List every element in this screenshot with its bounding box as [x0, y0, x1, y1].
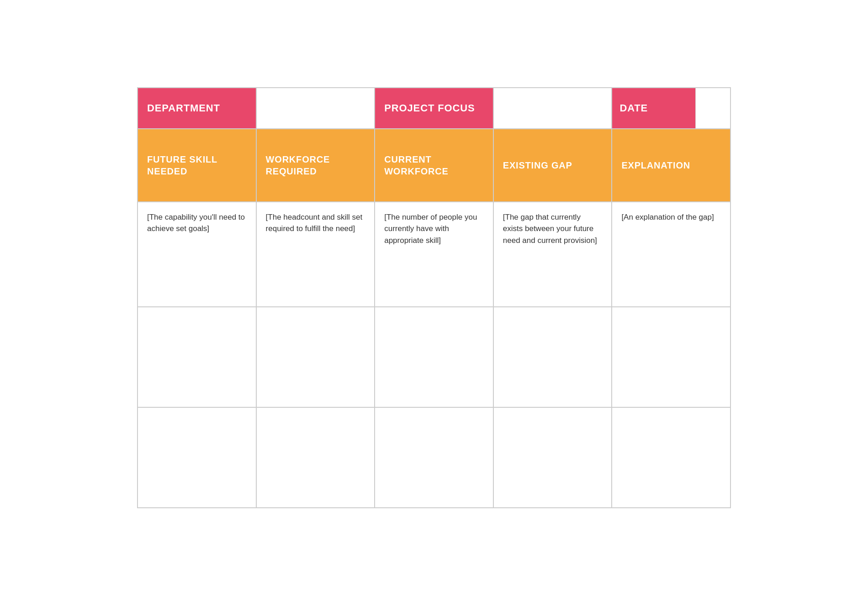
- data-row3-col3: [375, 407, 493, 508]
- col-header-existing-gap: EXISTING GAP: [493, 129, 612, 202]
- current-workforce-label: CURRENT WORKFORCE: [384, 153, 484, 177]
- data-row2-col2: [256, 307, 375, 407]
- data-row1-col1: [The capability you'll need to achieve s…: [138, 202, 256, 307]
- data-row3-col1: [138, 407, 256, 508]
- department-label: DEPARTMENT: [147, 102, 220, 114]
- data-row1-current-workforce: [The number of people you currently have…: [384, 211, 484, 247]
- workforce-required-label: WORKFORCE REQUIRED: [266, 153, 365, 177]
- data-row1-col5: [An explanation of the gap]: [612, 202, 730, 307]
- header-project-focus: PROJECT FOCUS: [375, 88, 493, 129]
- col-header-current-workforce: CURRENT WORKFORCE: [375, 129, 493, 202]
- header-date-cell: DATE: [612, 88, 730, 129]
- data-row2-col3: [375, 307, 493, 407]
- data-row1-col2: [The headcount and skill set required to…: [256, 202, 375, 307]
- table-grid: DEPARTMENT PROJECT FOCUS DATE FUTURE SKI…: [138, 88, 730, 508]
- workforce-gap-table: DEPARTMENT PROJECT FOCUS DATE FUTURE SKI…: [137, 87, 731, 508]
- data-row3-col5: [612, 407, 730, 508]
- header-department: DEPARTMENT: [138, 88, 256, 129]
- future-skill-label: FUTURE SKILL NEEDED: [147, 153, 247, 177]
- existing-gap-label: EXISTING GAP: [503, 159, 572, 171]
- data-row2-col5: [612, 307, 730, 407]
- col-header-future-skill: FUTURE SKILL NEEDED: [138, 129, 256, 202]
- explanation-label: EXPLANATION: [621, 159, 690, 171]
- col-header-workforce-required: WORKFORCE REQUIRED: [256, 129, 375, 202]
- data-row1-col4: [The gap that currently exists between y…: [493, 202, 612, 307]
- header-col2-empty: [256, 88, 375, 129]
- data-row1-existing-gap: [The gap that currently exists between y…: [503, 211, 603, 247]
- header-col4-empty: [493, 88, 612, 129]
- project-focus-label: PROJECT FOCUS: [384, 102, 475, 114]
- header-date-blank: [695, 88, 730, 128]
- data-row1-workforce-required: [The headcount and skill set required to…: [266, 211, 365, 235]
- data-row2-col4: [493, 307, 612, 407]
- data-row3-col2: [256, 407, 375, 508]
- header-date: DATE: [612, 88, 695, 128]
- data-row1-explanation: [An explanation of the gap]: [621, 211, 714, 223]
- data-row2-col1: [138, 307, 256, 407]
- col-header-explanation: EXPLANATION: [612, 129, 730, 202]
- data-row3-col4: [493, 407, 612, 508]
- data-row1-col3: [The number of people you currently have…: [375, 202, 493, 307]
- data-row1-future-skill: [The capability you'll need to achieve s…: [147, 211, 247, 235]
- date-label: DATE: [619, 102, 648, 114]
